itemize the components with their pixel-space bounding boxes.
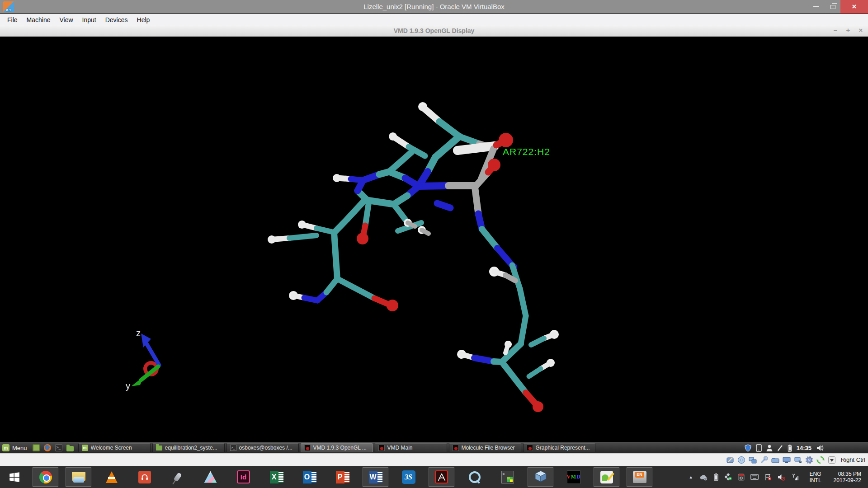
guest-clock[interactable]: 14:35 (797, 445, 811, 451)
taskbar-prism-app[interactable] (194, 466, 227, 488)
taskbar-outlook[interactable]: O (293, 466, 326, 488)
host-taskbar: Id X O P W ЗS (0, 466, 868, 488)
powerpoint-icon: P (336, 471, 349, 483)
host-key-label: Right Ctrl (841, 456, 865, 463)
taskbar-endnote[interactable]: EN (623, 466, 656, 488)
atom-label: AR722:H2 (503, 146, 550, 157)
vmd-maximize-button[interactable]: + (844, 26, 852, 34)
show-desktop-icon[interactable] (33, 444, 40, 451)
vbox-titlebar[interactable]: 8.1 Lizelle_unix2 [Running] - Oracle VM … (0, 0, 868, 14)
guest-taskbar: m Menu >_ m Welcome Screen equilibration… (0, 442, 868, 453)
taskbar-terminal-app[interactable]: >_ (491, 466, 524, 488)
outlook-icon: O (303, 471, 316, 483)
seamless-icon[interactable] (793, 455, 802, 465)
vlc-icon (106, 471, 118, 483)
taskbar-virtualbox[interactable] (524, 466, 557, 488)
clock[interactable]: 08:35 PM 2017-09-22 (834, 471, 861, 483)
optical-disk-icon[interactable] (737, 455, 746, 465)
menu-help[interactable]: Help (132, 15, 155, 25)
shared-folders-icon[interactable] (771, 455, 780, 465)
svg-text:V: V (808, 458, 811, 462)
vbox-status-icons: V (726, 455, 836, 465)
user-icon[interactable] (766, 444, 773, 452)
action-center-flag-icon[interactable] (764, 474, 772, 481)
window-button-molecule-file-browser[interactable]: Molecule File Browser (449, 443, 521, 452)
window-button-vmd-main[interactable]: VMD Main (375, 443, 447, 452)
vmd-icon (304, 445, 311, 451)
window-button-terminal[interactable]: >_ osboxes@osboxes /... (226, 443, 299, 452)
menu-input[interactable]: Input (78, 15, 101, 25)
taskbar-word[interactable]: W (359, 466, 392, 488)
terminal-icon[interactable]: >_ (55, 444, 62, 451)
minimize-button[interactable] (807, 0, 825, 14)
display-icon[interactable] (782, 455, 791, 465)
window-button-vmd-opengl[interactable]: VMD 1.9.3 OpenGL ... (301, 443, 373, 452)
volume-icon[interactable] (816, 444, 824, 452)
pen-icon[interactable] (777, 444, 784, 452)
network-icon[interactable] (748, 455, 757, 465)
sync-status-icon[interactable] (724, 473, 732, 481)
headset-icon (138, 471, 151, 483)
taskbar-microphone-app[interactable] (161, 466, 194, 488)
windows-start-button[interactable] (0, 466, 29, 488)
taskbar-file-explorer[interactable] (62, 466, 95, 488)
vmd-display-title: VMD 1.9.3 OpenGL Display (0, 27, 868, 34)
windows-logo-icon (9, 471, 20, 483)
taskbar-excel[interactable]: X (260, 466, 293, 488)
language-indicator[interactable]: ENG INTL (810, 471, 821, 483)
taskbar-solidworks[interactable]: ЗS (392, 466, 425, 488)
restore-button[interactable] (825, 0, 840, 14)
onedrive-cloud-icon[interactable] (699, 474, 708, 481)
q-ring-icon (469, 471, 481, 483)
tablet-icon[interactable] (755, 444, 762, 452)
window-title: Lizelle_unix2 [Running] - Oracle VM Virt… (0, 3, 868, 10)
mouse-integration-icon[interactable] (816, 455, 825, 465)
menu-view[interactable]: View (55, 15, 77, 25)
recorder-icon[interactable] (738, 474, 745, 481)
guest-menu-button[interactable]: m Menu (0, 442, 31, 453)
usb-icon[interactable] (760, 455, 769, 465)
menu-arrow-icon[interactable] (827, 455, 836, 465)
opengl-viewport[interactable]: AR722:H2 z y (0, 37, 868, 442)
window-controls: × (807, 0, 868, 14)
keyboard-icon[interactable] (750, 474, 759, 480)
axis-y-label: y (126, 381, 130, 391)
close-button[interactable]: × (840, 0, 868, 14)
file-manager-icon[interactable] (66, 446, 74, 451)
taskbar-q-app[interactable] (458, 466, 491, 488)
battery-icon[interactable] (714, 473, 718, 481)
menu-devices[interactable]: Devices (101, 15, 132, 25)
window-button-equilibration[interactable]: equilibration2_syste... (152, 443, 225, 452)
menu-file[interactable]: File (3, 15, 22, 25)
vmd-minimize-button[interactable]: – (832, 26, 839, 34)
vmd-window-controls: – + × (832, 26, 864, 34)
taskbar-acrobat[interactable] (425, 466, 458, 488)
axis-z-label: z (136, 328, 141, 338)
window-button-welcome-screen[interactable]: m Welcome Screen (78, 443, 151, 452)
shield-icon[interactable] (744, 444, 752, 452)
taskbar-chrome[interactable] (29, 466, 62, 488)
taskbar-vmd[interactable]: VMD (557, 466, 590, 488)
taskbar-indesign[interactable]: Id (227, 466, 260, 488)
vbox-statusbar: V Right Ctrl (0, 453, 868, 466)
battery-icon[interactable] (788, 444, 792, 452)
features-icon[interactable]: V (805, 455, 814, 465)
guest-system-tray: 14:35 (744, 444, 824, 452)
taskbar-vlc[interactable] (95, 466, 128, 488)
taskbar-notepad-plus-plus[interactable] (590, 466, 623, 488)
volume-muted-icon[interactable] (778, 474, 785, 481)
taskbar-audio-app[interactable] (128, 466, 161, 488)
vbox-menubar: File Machine View Input Devices Help (0, 14, 868, 25)
tray-overflow-icon[interactable]: ▲ (689, 475, 693, 479)
menu-machine[interactable]: Machine (22, 15, 55, 25)
notepad-plus-plus-icon (600, 471, 613, 483)
firefox-icon[interactable] (44, 444, 51, 451)
molecule-render (0, 37, 868, 442)
network-signal-icon[interactable] (791, 474, 799, 481)
hard-disk-icon[interactable] (726, 455, 735, 465)
vmd-display-titlebar[interactable]: VMD 1.9.3 OpenGL Display – + × (0, 25, 868, 37)
terminal-puzzle-icon: >_ (501, 471, 514, 483)
window-button-graphical-representations[interactable]: Graphical Represent... (523, 443, 595, 452)
taskbar-powerpoint[interactable]: P (326, 466, 359, 488)
vmd-close-button[interactable]: × (857, 26, 864, 34)
